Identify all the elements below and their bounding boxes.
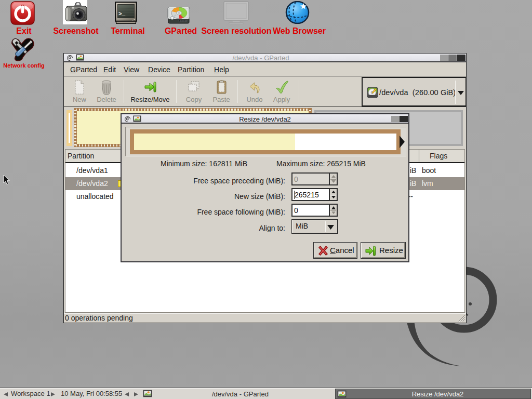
svg-text:>_: >_	[118, 11, 126, 17]
